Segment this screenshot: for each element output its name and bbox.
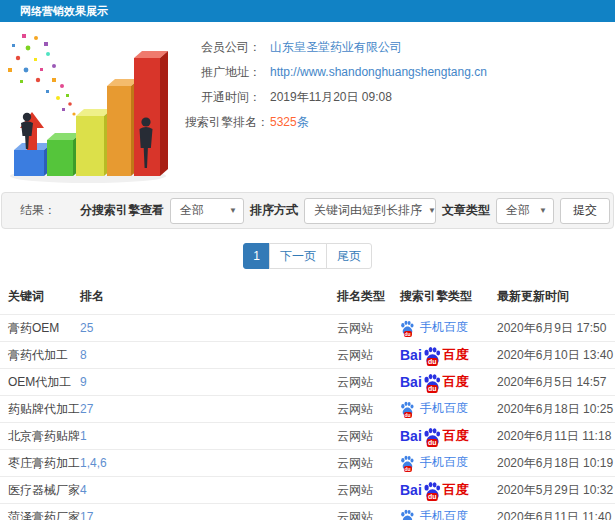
table-row: 菏泽膏药厂家17云网站du手机百度2020年6月11日 11:40 <box>0 504 615 520</box>
rank-type-cell: 云网站 <box>337 423 400 450</box>
rank-cell[interactable]: 25 <box>80 315 337 342</box>
engine-select[interactable]: 全部 ▼ <box>170 198 244 224</box>
table-row: 药贴牌代加工27云网站du手机百度2020年6月18日 10:25 <box>0 396 615 423</box>
table-row: 膏药OEM25云网站du手机百度2020年6月9日 17:50 <box>0 315 615 342</box>
engine-cell: du手机百度 <box>400 396 497 423</box>
update-time-cell: 2020年6月18日 10:19 <box>497 450 615 477</box>
du-badge: du <box>403 466 411 472</box>
keyword-cell: 枣庄膏药加工 <box>0 450 80 477</box>
keyword-cell: 药贴牌代加工 <box>0 396 80 423</box>
submit-button[interactable]: 提交 <box>560 198 610 224</box>
mobile-baidu-label: 手机百度 <box>420 400 468 417</box>
rank-cell[interactable]: 8 <box>80 342 337 369</box>
engine-filter-label: 分搜索引擎查看 <box>80 202 164 219</box>
column-header: 最新更新时间 <box>497 283 615 315</box>
update-time-cell: 2020年6月11日 11:40 <box>497 504 615 520</box>
chevron-down-icon: ▼ <box>539 206 547 215</box>
du-badge: du <box>427 385 438 393</box>
baidu-cn-text: 百度 <box>443 427 469 445</box>
rank-cell[interactable]: 1,4,6 <box>80 450 337 477</box>
info-label: 推广地址： <box>185 65 261 80</box>
rank-type-cell: 云网站 <box>337 504 400 520</box>
keyword-cell: 医疗器械厂家 <box>0 477 80 504</box>
column-header: 排名 <box>80 283 337 315</box>
mobile-baidu-logo: du手机百度 <box>400 508 468 520</box>
engine-cell: Baidu百度 <box>400 342 497 369</box>
result-label: 结果： <box>20 202 80 219</box>
engine-cell: Baidu百度 <box>400 477 497 504</box>
growth-chart-image <box>0 28 185 186</box>
keyword-cell: OEM代加工 <box>0 369 80 396</box>
baidu-logo: Baidu百度 <box>400 481 469 500</box>
du-badge: du <box>403 331 411 337</box>
info-value-link[interactable]: 山东皇圣堂药业有限公司 <box>270 40 402 55</box>
table-row: 枣庄膏药加工1,4,6云网站du手机百度2020年6月18日 10:19 <box>0 450 615 477</box>
article-type-select[interactable]: 全部 ▼ <box>496 198 554 224</box>
rank-cell[interactable]: 27 <box>80 396 337 423</box>
company-info: 会员公司：山东皇圣堂药业有限公司推广地址：http://www.shandong… <box>185 28 615 186</box>
update-time-cell: 2020年6月18日 10:25 <box>497 396 615 423</box>
baidu-paw-icon: du <box>423 481 442 500</box>
engine-cell: du手机百度 <box>400 315 497 342</box>
keyword-cell: 菏泽膏药厂家 <box>0 504 80 520</box>
next-page-button[interactable]: 下一页 <box>269 243 327 269</box>
last-page-button[interactable]: 尾页 <box>326 243 372 269</box>
engine-cell: du手机百度 <box>400 504 497 520</box>
mobile-baidu-logo: du手机百度 <box>400 454 468 471</box>
rank-cell[interactable]: 1 <box>80 423 337 450</box>
baidu-cn-text: 百度 <box>443 373 469 391</box>
rank-type-cell: 云网站 <box>337 342 400 369</box>
rank-cell[interactable]: 17 <box>80 504 337 520</box>
baidu-latin-text: Bai <box>400 482 422 498</box>
info-value-link[interactable]: http://www.shandonghuangshengtang.cn <box>270 65 487 80</box>
mobile-baidu-label: 手机百度 <box>420 319 468 336</box>
baidu-latin-text: Bai <box>400 428 422 444</box>
update-time-cell: 2020年6月11日 11:18 <box>497 423 615 450</box>
column-header: 排名类型 <box>337 283 400 315</box>
keyword-cell: 膏药OEM <box>0 315 80 342</box>
rank-count: 5325 <box>270 115 297 129</box>
mobile-baidu-logo: du手机百度 <box>400 400 468 417</box>
bar-red <box>134 51 168 176</box>
update-time-cell: 2020年5月29日 10:32 <box>497 477 615 504</box>
info-row: 会员公司：山东皇圣堂药业有限公司 <box>185 40 615 55</box>
rank-type-cell: 云网站 <box>337 396 400 423</box>
column-header: 关键词 <box>0 283 80 315</box>
sort-select[interactable]: 关键词由短到长排序 ▼ <box>304 198 436 224</box>
page-title: 网络营销效果展示 <box>20 5 108 17</box>
du-badge: du <box>427 439 438 447</box>
update-time-cell: 2020年6月5日 14:57 <box>497 369 615 396</box>
rank-cell[interactable]: 4 <box>80 477 337 504</box>
bar-green <box>47 133 81 176</box>
info-value: 2019年11月20日 09:08 <box>270 90 392 105</box>
page-button-current[interactable]: 1 <box>243 243 270 269</box>
info-row: 推广地址：http://www.shandonghuangshengtang.c… <box>185 65 615 80</box>
rank-count-unit: 条 <box>297 115 309 129</box>
rank-cell[interactable]: 9 <box>80 369 337 396</box>
table-row: 膏药代加工8云网站Baidu百度2020年6月10日 13:40 <box>0 342 615 369</box>
baidu-logo: Baidu百度 <box>400 373 469 392</box>
du-badge: du <box>427 358 438 366</box>
bar-yellow <box>76 109 112 176</box>
info-label: 搜索引擎排名： <box>185 115 261 130</box>
pagination: 1 下一页 尾页 <box>0 243 615 269</box>
engine-cell: du手机百度 <box>400 450 497 477</box>
mobile-baidu-label: 手机百度 <box>420 508 468 520</box>
keyword-cell: 北京膏药贴牌 <box>0 423 80 450</box>
baidu-paw-icon: du <box>400 320 415 335</box>
info-label: 开通时间： <box>185 90 261 105</box>
rank-type-cell: 云网站 <box>337 369 400 396</box>
column-header: 搜索引擎类型 <box>400 283 497 315</box>
table-row: 医疗器械厂家4云网站Baidu百度2020年5月29日 10:32 <box>0 477 615 504</box>
update-time-cell: 2020年6月10日 13:40 <box>497 342 615 369</box>
baidu-paw-icon: du <box>423 427 442 446</box>
sort-filter-label: 排序方式 <box>250 202 298 219</box>
update-time-cell: 2020年6月9日 17:50 <box>497 315 615 342</box>
baidu-paw-icon: du <box>400 509 415 520</box>
info-row: 开通时间：2019年11月20日 09:08 <box>185 90 615 105</box>
info-section: 会员公司：山东皇圣堂药业有限公司推广地址：http://www.shandong… <box>0 22 615 190</box>
du-badge: du <box>403 412 411 418</box>
chevron-down-icon: ▼ <box>428 206 436 215</box>
rank-type-cell: 云网站 <box>337 477 400 504</box>
info-value: 5325条 <box>270 115 309 130</box>
